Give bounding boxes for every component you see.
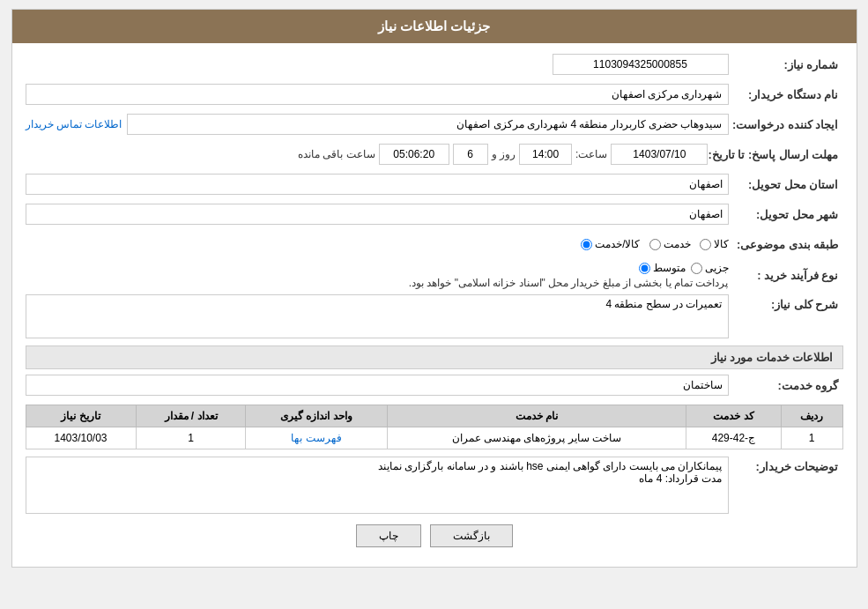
back-button[interactable]: بازگشت [430,524,513,547]
description-label: شرح کلی نیاز: [729,294,843,311]
cell-unit[interactable]: فهرست بها [246,427,387,449]
deadline-time-input[interactable] [519,144,572,165]
cell-row: 1 [781,427,842,449]
request-number-input[interactable] [553,54,729,75]
page-title: جزئیات اطلاعات نیاز [12,10,857,43]
cell-date: 1403/10/03 [26,427,136,449]
city-input[interactable] [26,204,729,225]
col-unit: واحد اندازه گیری [246,405,387,427]
description-textarea[interactable]: تعمیرات در سطح منطقه 4 [26,294,729,338]
deadline-label: مهلت ارسال پاسخ: تا تاریخ: [708,148,842,161]
category-goods-option[interactable]: کالا [700,238,729,250]
col-row: ردیف [781,405,842,427]
city-label: شهر محل تحویل: [729,208,843,221]
purchase-type-partial-option[interactable]: جزیی [691,262,729,274]
request-number-label: شماره نیاز: [729,58,843,71]
col-count: تعداد / مقدار [136,405,246,427]
org-name-input[interactable] [26,84,729,105]
services-table-section: ردیف کد خدمت نام خدمت واحد اندازه گیری ت… [26,405,843,449]
category-goods-service-option[interactable]: کالا/خدمت [581,238,640,250]
print-button[interactable]: چاپ [356,524,421,547]
services-table: ردیف کد خدمت نام خدمت واحد اندازه گیری ت… [26,405,843,449]
purchase-type-partial-radio[interactable] [691,263,702,274]
category-goods-service-label: کالا/خدمت [595,238,640,250]
deadline-time-label: ساعت: [575,148,607,160]
col-date: تاریخ نیاز [26,405,136,427]
purchase-type-medium-radio[interactable] [639,263,650,274]
deadline-remaining-label: ساعت باقی مانده [298,148,375,160]
org-name-label: نام دستگاه خریدار: [729,88,843,101]
category-label: طبقه بندی موضوعی: [729,238,843,251]
col-code: کد خدمت [686,405,782,427]
purchase-type-partial-label: جزیی [705,262,729,274]
contact-link[interactable]: اطلاعات تماس خریدار [26,118,122,130]
purchase-type-medium-label: متوسط [653,262,686,274]
service-group-input[interactable] [26,375,729,396]
cell-name: ساخت سایر پروژه‌های مهندسی عمران [387,427,686,449]
deadline-day-label: روز و [492,148,516,160]
category-goods-radio[interactable] [700,239,711,250]
purchase-type-medium-option[interactable]: متوسط [639,262,686,274]
deadline-hours-input[interactable] [379,144,449,165]
cell-code: ج-42-429 [686,427,782,449]
buyer-notes-label: توضیحات خریدار: [729,457,843,473]
buyer-notes-textarea[interactable]: پیمانکاران می بایست دارای گواهی ایمنی hs… [26,457,729,514]
deadline-days-input[interactable] [453,144,488,165]
cell-count: 1 [136,427,246,449]
category-service-label: خدمت [664,238,691,250]
requester-label: ایجاد کننده درخواست: [729,118,843,131]
category-goods-label: کالا [714,238,729,250]
purchase-type-note: پرداخت تمام یا بخشی از مبلغ خریدار محل "… [409,277,729,289]
services-section-header: اطلاعات خدمات مورد نیاز [26,345,843,369]
deadline-date-input[interactable] [611,144,708,165]
requester-input[interactable] [127,114,728,135]
col-name: نام خدمت [387,405,686,427]
province-label: استان محل تحویل: [729,178,843,191]
province-input[interactable] [26,174,729,195]
service-group-label: گروه خدمت: [729,379,843,392]
category-service-radio[interactable] [649,239,661,250]
purchase-type-label: نوع فرآیند خرید : [729,269,843,282]
button-row: بازگشت چاپ [26,524,843,547]
category-service-option[interactable]: خدمت [649,238,691,250]
table-row: 1 ج-42-429 ساخت سایر پروژه‌های مهندسی عم… [26,427,842,449]
category-goods-service-radio[interactable] [581,239,592,250]
